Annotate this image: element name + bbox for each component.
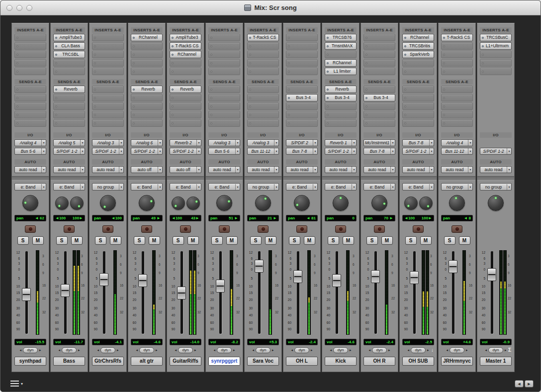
group-selector[interactable]: e: Band▾ xyxy=(14,183,46,191)
insert-slot[interactable] xyxy=(325,51,357,58)
solo-button[interactable]: S xyxy=(250,236,262,245)
dyn-selector[interactable]: dyn xyxy=(256,347,270,353)
insert-slot[interactable] xyxy=(247,68,279,75)
send-slot[interactable]: Reverb xyxy=(170,86,201,93)
send-slot[interactable] xyxy=(170,102,201,110)
dyn-selector[interactable]: dyn xyxy=(411,347,426,353)
insert-slot[interactable] xyxy=(208,34,240,41)
track-name[interactable]: OH SUB xyxy=(402,357,434,366)
send-slot[interactable] xyxy=(131,111,163,118)
automation-mode-button[interactable]: auto read▾ xyxy=(53,166,85,173)
insert-slot[interactable] xyxy=(363,42,395,50)
insert-slot[interactable] xyxy=(53,59,85,67)
output-selector[interactable]: Bus 11-12▾ xyxy=(441,148,473,155)
fader-handle[interactable] xyxy=(177,287,186,299)
solo-button[interactable]: S xyxy=(289,236,300,245)
insert-slot[interactable] xyxy=(286,68,318,75)
insert-slot[interactable]: TRCSBusC xyxy=(480,34,512,41)
fader-track[interactable] xyxy=(103,251,105,334)
pan-knob[interactable] xyxy=(419,196,433,210)
pan-knob[interactable] xyxy=(449,195,465,211)
close-button[interactable] xyxy=(6,5,12,11)
fader-track[interactable] xyxy=(491,251,493,334)
mute-button[interactable]: M xyxy=(304,236,315,245)
volume-display[interactable]: vol-8.2 xyxy=(208,339,240,345)
insert-slot[interactable] xyxy=(363,34,395,41)
insert-slot[interactable]: TRCSB76 xyxy=(325,34,357,41)
track-name[interactable]: synrpggprt xyxy=(208,357,240,366)
insert-slot[interactable]: RChannel xyxy=(325,59,357,67)
insert-slot[interactable] xyxy=(170,68,201,75)
volume-display[interactable]: vol-11.7 xyxy=(53,339,85,345)
pan-knob[interactable] xyxy=(488,195,504,211)
record-enable-button[interactable] xyxy=(413,225,424,233)
dyn-selector[interactable]: dyn xyxy=(100,347,115,353)
send-slot[interactable] xyxy=(402,119,434,127)
send-slot[interactable] xyxy=(14,94,46,101)
insert-slot[interactable]: TRCSBL xyxy=(53,51,85,58)
insert-slot[interactable] xyxy=(131,68,163,75)
insert-slot[interactable] xyxy=(441,51,473,58)
send-slot[interactable]: Reverb xyxy=(131,86,163,93)
send-slot[interactable] xyxy=(441,119,473,127)
output-selector[interactable]: S/PDIF 1-2▾ xyxy=(325,148,357,155)
input-selector[interactable]: Analog 4▾ xyxy=(441,139,473,146)
group-selector[interactable]: no group▾ xyxy=(441,183,473,191)
pan-knob[interactable] xyxy=(371,195,387,211)
send-slot[interactable]: Bus 3-4 xyxy=(325,94,357,101)
input-selector[interactable]: Analog 3▾ xyxy=(92,139,124,146)
mute-button[interactable]: M xyxy=(420,236,432,245)
send-slot[interactable]: Reverb xyxy=(325,86,357,93)
send-slot[interactable] xyxy=(92,102,124,110)
send-slot[interactable] xyxy=(92,111,124,118)
output-selector[interactable]: S/PDIF 1-2▾ xyxy=(402,148,434,155)
insert-slot[interactable] xyxy=(247,51,279,58)
pan-display[interactable]: pan◄ 81 xyxy=(286,215,318,221)
send-slot[interactable] xyxy=(325,119,357,127)
fader-track[interactable] xyxy=(336,251,338,334)
pan-knob[interactable] xyxy=(186,196,200,210)
input-selector[interactable]: Reverb 1▾ xyxy=(325,139,357,146)
fader-track[interactable] xyxy=(142,251,144,334)
output-selector[interactable]: Bus 5-6▾ xyxy=(208,148,240,155)
send-slot[interactable] xyxy=(286,111,318,118)
group-selector[interactable]: no group▾ xyxy=(247,183,279,191)
fader-handle[interactable] xyxy=(371,270,380,283)
volume-display[interactable]: vol-2.5 xyxy=(402,339,434,345)
send-slot[interactable] xyxy=(363,111,395,118)
output-selector[interactable]: S/PDIF 1-2▾ xyxy=(480,148,512,155)
record-enable-button[interactable] xyxy=(180,225,191,233)
insert-slot[interactable]: TrnsntMAX xyxy=(325,42,357,50)
insert-slot[interactable] xyxy=(131,42,163,50)
insert-slot[interactable] xyxy=(131,59,163,67)
group-selector[interactable]: no group▾ xyxy=(480,183,512,191)
send-slot[interactable] xyxy=(53,111,85,118)
insert-slot[interactable] xyxy=(480,59,512,67)
send-slot[interactable] xyxy=(170,119,201,127)
group-selector[interactable]: e: Band▾ xyxy=(170,183,201,191)
pan-display[interactable]: pan◄ 62 xyxy=(14,215,46,221)
output-selector[interactable]: Bus 7-8▾ xyxy=(363,148,395,155)
output-selector[interactable]: Bus 7-8▾ xyxy=(286,148,318,155)
send-slot[interactable] xyxy=(325,102,357,110)
send-slot[interactable] xyxy=(208,86,240,93)
send-slot[interactable] xyxy=(247,102,279,110)
send-slot[interactable] xyxy=(170,94,201,101)
send-slot[interactable] xyxy=(208,119,240,127)
insert-slot[interactable] xyxy=(286,51,318,58)
insert-slot[interactable] xyxy=(170,59,201,67)
mute-button[interactable]: M xyxy=(110,236,121,245)
fader-handle[interactable] xyxy=(99,273,108,286)
send-slot[interactable] xyxy=(402,94,434,101)
insert-slot[interactable] xyxy=(402,68,434,75)
volume-display[interactable]: vol-4.6 xyxy=(325,339,357,345)
send-slot[interactable] xyxy=(92,86,124,93)
fader-handle[interactable] xyxy=(332,274,341,287)
track-name[interactable]: Kick xyxy=(325,357,357,366)
fader-handle[interactable] xyxy=(216,280,225,293)
fader-handle[interactable] xyxy=(22,288,31,301)
solo-button[interactable]: S xyxy=(366,236,378,245)
insert-slot[interactable]: RChannel xyxy=(402,34,434,41)
send-slot[interactable] xyxy=(92,119,124,127)
automation-mode-button[interactable]: auto read▾ xyxy=(247,166,279,173)
